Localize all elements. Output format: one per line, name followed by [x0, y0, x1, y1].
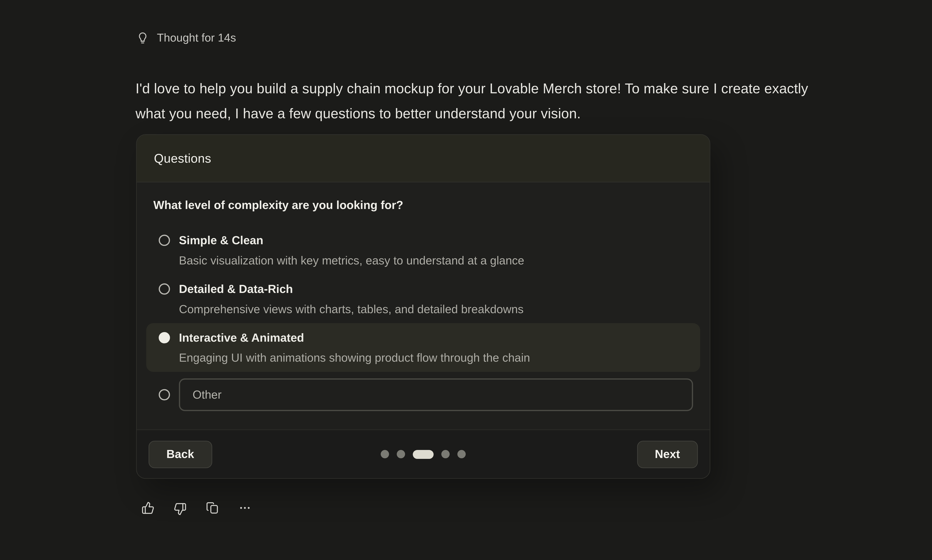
copy-icon [206, 501, 219, 514]
option-simple-clean[interactable]: Simple & Clean Basic visualization with … [146, 226, 700, 274]
thought-duration-row[interactable]: Thought for 14s [136, 32, 236, 45]
questions-card-footer: Back Next [137, 429, 710, 478]
option-interactive-animated[interactable]: Interactive & Animated Engaging UI with … [146, 323, 700, 372]
option-title: Simple & Clean [179, 232, 693, 248]
back-button[interactable]: Back [149, 440, 212, 468]
pagination-dot[interactable] [458, 450, 466, 458]
option-description: Engaging UI with animations showing prod… [179, 350, 693, 365]
radio-selected-icon[interactable] [159, 332, 170, 343]
message-actions-row [142, 500, 252, 515]
option-detailed-data-rich[interactable]: Detailed & Data-Rich Comprehensive views… [146, 274, 700, 323]
radio-icon[interactable] [159, 235, 170, 246]
pagination-dot[interactable] [397, 450, 405, 458]
thumbs-down-icon [174, 503, 187, 515]
pagination-dot[interactable] [441, 450, 450, 458]
radio-icon[interactable] [159, 283, 170, 295]
option-other[interactable] [146, 372, 700, 417]
option-text: Simple & Clean Basic visualization with … [179, 232, 693, 268]
lightbulb-icon [136, 32, 149, 45]
thought-duration-label: Thought for 14s [157, 32, 236, 45]
question-text: What level of complexity are you looking… [153, 198, 693, 212]
option-description: Comprehensive views with charts, tables,… [179, 301, 693, 317]
questions-card-header: Questions [137, 135, 710, 183]
option-title: Interactive & Animated [179, 330, 693, 345]
more-options-button[interactable] [238, 501, 252, 514]
pagination-dot[interactable] [381, 450, 389, 458]
option-description: Basic visualization with key metrics, ea… [179, 252, 693, 268]
thumbs-down-button[interactable] [174, 503, 187, 515]
questions-card-body: What level of complexity are you looking… [137, 183, 710, 417]
chat-message-area: Thought for 14s I'd love to help you bui… [0, 0, 932, 560]
more-icon [238, 501, 252, 514]
thumbs-up-button[interactable] [142, 501, 154, 514]
card-title: Questions [154, 151, 211, 166]
pagination-dots [381, 450, 466, 458]
assistant-message: I'd love to help you build a supply chai… [136, 76, 830, 126]
questions-card: Questions What level of complexity are y… [136, 134, 710, 478]
other-option-input[interactable] [179, 378, 693, 411]
pagination-dot-active[interactable] [413, 450, 434, 458]
thumbs-up-icon [142, 501, 154, 514]
next-button[interactable]: Next [637, 440, 698, 468]
copy-button[interactable] [206, 501, 219, 514]
option-title: Detailed & Data-Rich [179, 281, 693, 297]
option-text: Interactive & Animated Engaging UI with … [179, 330, 693, 365]
radio-icon[interactable] [159, 389, 170, 400]
option-text: Detailed & Data-Rich Comprehensive views… [179, 281, 693, 317]
